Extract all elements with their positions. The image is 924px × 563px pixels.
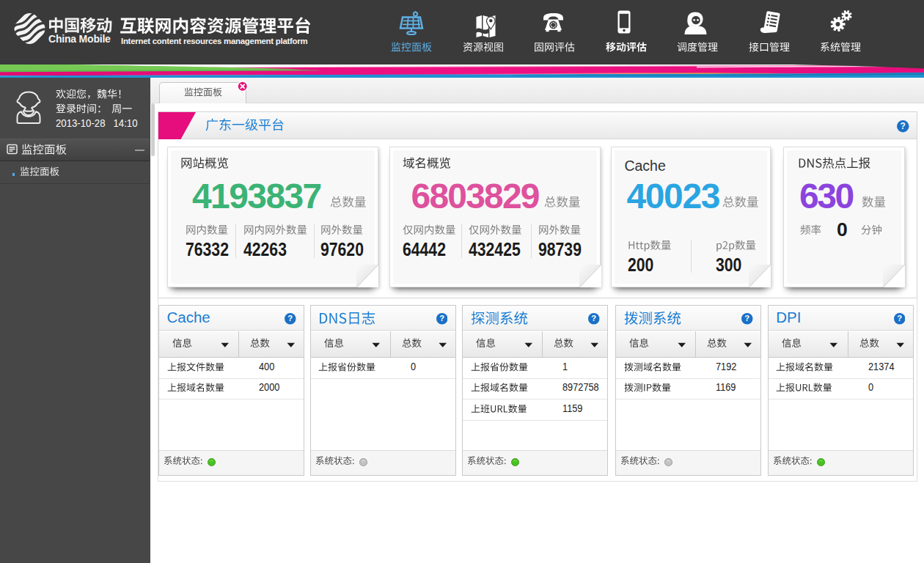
svg-text:?: ? [744, 314, 749, 323]
svg-text:?: ? [901, 121, 906, 131]
svg-text:?: ? [439, 314, 444, 323]
svg-text:?: ? [287, 314, 293, 323]
svg-text:?: ? [897, 314, 902, 323]
svg-text:?: ? [592, 314, 597, 323]
